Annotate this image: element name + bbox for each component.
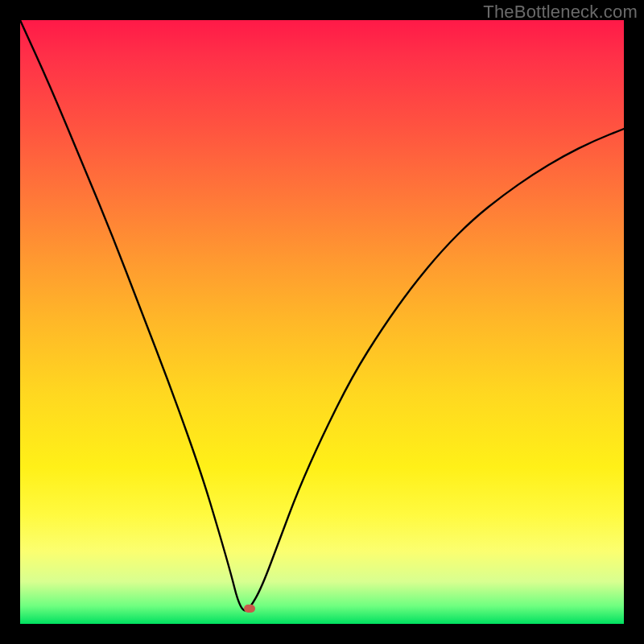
chart-frame: TheBottleneck.com xyxy=(0,0,644,644)
bottleneck-curve xyxy=(20,20,624,624)
minimum-marker xyxy=(244,605,255,613)
plot-area xyxy=(20,20,624,624)
watermark-text: TheBottleneck.com xyxy=(483,2,638,23)
